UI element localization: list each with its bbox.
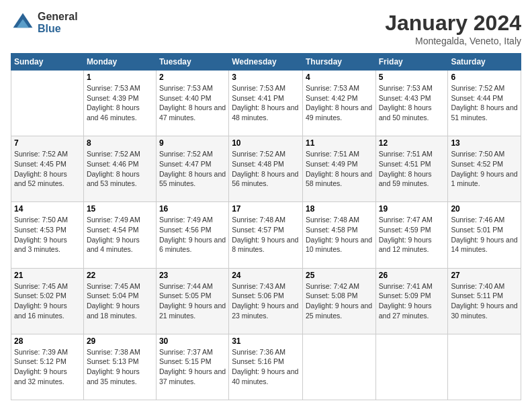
calendar-cell: 12Sunrise: 7:51 AMSunset: 4:51 PMDayligh… — [375, 136, 448, 202]
day-number: 27 — [451, 271, 518, 280]
location: Montegalda, Veneto, Italy — [385, 36, 521, 46]
calendar: SundayMondayTuesdayWednesdayThursdayFrid… — [11, 53, 521, 400]
title-block: January 2024 Montegalda, Veneto, Italy — [385, 11, 521, 46]
calendar-cell — [11, 71, 84, 136]
calendar-cell: 4Sunrise: 7:53 AMSunset: 4:42 PMDaylight… — [302, 71, 375, 136]
calendar-cell: 24Sunrise: 7:43 AMSunset: 5:06 PMDayligh… — [229, 268, 303, 334]
day-number: 3 — [232, 73, 300, 82]
day-number: 16 — [159, 204, 226, 214]
day-number: 9 — [159, 138, 226, 148]
calendar-cell: 27Sunrise: 7:40 AMSunset: 5:11 PMDayligh… — [448, 268, 521, 334]
calendar-cell: 17Sunrise: 7:48 AMSunset: 4:57 PMDayligh… — [229, 202, 303, 268]
day-info: Sunrise: 7:48 AMSunset: 4:57 PMDaylight:… — [232, 215, 300, 255]
calendar-cell — [375, 334, 448, 400]
day-number: 5 — [379, 73, 445, 82]
day-number: 10 — [232, 138, 300, 148]
day-info: Sunrise: 7:37 AMSunset: 5:15 PMDaylight:… — [159, 347, 226, 387]
calendar-cell: 21Sunrise: 7:45 AMSunset: 5:02 PMDayligh… — [11, 268, 84, 334]
calendar-week-row: 14Sunrise: 7:50 AMSunset: 4:53 PMDayligh… — [11, 202, 521, 268]
day-info: Sunrise: 7:41 AMSunset: 5:09 PMDaylight:… — [379, 281, 445, 321]
day-number: 11 — [306, 138, 373, 148]
day-number: 6 — [451, 73, 518, 82]
calendar-cell: 31Sunrise: 7:36 AMSunset: 5:16 PMDayligh… — [229, 334, 303, 400]
day-info: Sunrise: 7:39 AMSunset: 5:12 PMDaylight:… — [14, 347, 81, 387]
calendar-cell: 29Sunrise: 7:38 AMSunset: 5:13 PMDayligh… — [83, 334, 156, 400]
day-number: 31 — [232, 336, 300, 346]
day-header-wednesday: Wednesday — [229, 54, 303, 71]
calendar-cell — [448, 334, 521, 400]
day-number: 22 — [87, 271, 153, 280]
day-number: 15 — [87, 204, 153, 214]
day-number: 4 — [306, 73, 373, 82]
day-number: 25 — [306, 271, 373, 280]
calendar-cell: 9Sunrise: 7:52 AMSunset: 4:47 PMDaylight… — [156, 136, 228, 202]
day-info: Sunrise: 7:48 AMSunset: 4:58 PMDaylight:… — [306, 215, 373, 255]
calendar-cell: 19Sunrise: 7:47 AMSunset: 4:59 PMDayligh… — [375, 202, 448, 268]
page: General Blue January 2024 Montegalda, Ve… — [0, 0, 532, 411]
day-info: Sunrise: 7:52 AMSunset: 4:47 PMDaylight:… — [159, 149, 226, 189]
day-info: Sunrise: 7:53 AMSunset: 4:40 PMDaylight:… — [159, 83, 226, 123]
calendar-cell: 28Sunrise: 7:39 AMSunset: 5:12 PMDayligh… — [11, 334, 84, 400]
day-info: Sunrise: 7:49 AMSunset: 4:54 PMDaylight:… — [87, 215, 153, 255]
logo-general: General — [38, 11, 78, 23]
calendar-cell: 16Sunrise: 7:49 AMSunset: 4:56 PMDayligh… — [156, 202, 228, 268]
day-info: Sunrise: 7:53 AMSunset: 4:43 PMDaylight:… — [379, 83, 445, 123]
day-header-monday: Monday — [83, 54, 156, 71]
calendar-cell: 26Sunrise: 7:41 AMSunset: 5:09 PMDayligh… — [375, 268, 448, 334]
calendar-cell: 8Sunrise: 7:52 AMSunset: 4:46 PMDaylight… — [83, 136, 156, 202]
day-number: 18 — [306, 204, 373, 214]
day-number: 20 — [451, 204, 518, 214]
day-number: 21 — [14, 271, 81, 280]
calendar-cell: 5Sunrise: 7:53 AMSunset: 4:43 PMDaylight… — [375, 71, 448, 136]
calendar-header-row: SundayMondayTuesdayWednesdayThursdayFrid… — [11, 54, 521, 71]
calendar-cell: 3Sunrise: 7:53 AMSunset: 4:41 PMDaylight… — [229, 71, 303, 136]
calendar-cell: 15Sunrise: 7:49 AMSunset: 4:54 PMDayligh… — [83, 202, 156, 268]
day-info: Sunrise: 7:53 AMSunset: 4:39 PMDaylight:… — [87, 83, 153, 123]
calendar-week-row: 21Sunrise: 7:45 AMSunset: 5:02 PMDayligh… — [11, 268, 521, 334]
day-info: Sunrise: 7:52 AMSunset: 4:45 PMDaylight:… — [14, 149, 81, 189]
calendar-week-row: 1Sunrise: 7:53 AMSunset: 4:39 PMDaylight… — [11, 71, 521, 136]
header: General Blue January 2024 Montegalda, Ve… — [11, 11, 521, 46]
day-header-tuesday: Tuesday — [156, 54, 228, 71]
day-header-friday: Friday — [375, 54, 448, 71]
day-number: 1 — [87, 73, 153, 82]
day-info: Sunrise: 7:51 AMSunset: 4:49 PMDaylight:… — [306, 149, 373, 189]
calendar-cell: 23Sunrise: 7:44 AMSunset: 5:05 PMDayligh… — [156, 268, 228, 334]
day-header-thursday: Thursday — [302, 54, 375, 71]
day-info: Sunrise: 7:36 AMSunset: 5:16 PMDaylight:… — [232, 347, 300, 387]
day-info: Sunrise: 7:46 AMSunset: 5:01 PMDaylight:… — [451, 215, 518, 255]
day-number: 7 — [14, 138, 81, 148]
logo-text: General Blue — [38, 11, 78, 34]
day-number: 8 — [87, 138, 153, 148]
day-number: 28 — [14, 336, 81, 346]
calendar-cell: 25Sunrise: 7:42 AMSunset: 5:08 PMDayligh… — [302, 268, 375, 334]
calendar-cell: 10Sunrise: 7:52 AMSunset: 4:48 PMDayligh… — [229, 136, 303, 202]
calendar-cell — [302, 334, 375, 400]
day-number: 14 — [14, 204, 81, 214]
day-info: Sunrise: 7:50 AMSunset: 4:52 PMDaylight:… — [451, 149, 518, 189]
calendar-cell: 30Sunrise: 7:37 AMSunset: 5:15 PMDayligh… — [156, 334, 228, 400]
calendar-cell: 6Sunrise: 7:52 AMSunset: 4:44 PMDaylight… — [448, 71, 521, 136]
day-info: Sunrise: 7:45 AMSunset: 5:02 PMDaylight:… — [14, 281, 81, 321]
day-number: 17 — [232, 204, 300, 214]
calendar-cell: 7Sunrise: 7:52 AMSunset: 4:45 PMDaylight… — [11, 136, 84, 202]
day-info: Sunrise: 7:45 AMSunset: 5:04 PMDaylight:… — [87, 281, 153, 321]
calendar-cell: 18Sunrise: 7:48 AMSunset: 4:58 PMDayligh… — [302, 202, 375, 268]
logo-blue: Blue — [38, 23, 78, 35]
calendar-cell: 11Sunrise: 7:51 AMSunset: 4:49 PMDayligh… — [302, 136, 375, 202]
day-number: 13 — [451, 138, 518, 148]
day-number: 12 — [379, 138, 445, 148]
day-info: Sunrise: 7:42 AMSunset: 5:08 PMDaylight:… — [306, 281, 373, 321]
calendar-cell: 1Sunrise: 7:53 AMSunset: 4:39 PMDaylight… — [83, 71, 156, 136]
day-info: Sunrise: 7:40 AMSunset: 5:11 PMDaylight:… — [451, 281, 518, 321]
day-header-sunday: Sunday — [11, 54, 84, 71]
day-info: Sunrise: 7:44 AMSunset: 5:05 PMDaylight:… — [159, 281, 226, 321]
day-info: Sunrise: 7:52 AMSunset: 4:46 PMDaylight:… — [87, 149, 153, 189]
day-number: 24 — [232, 271, 300, 280]
calendar-cell: 22Sunrise: 7:45 AMSunset: 5:04 PMDayligh… — [83, 268, 156, 334]
calendar-cell: 20Sunrise: 7:46 AMSunset: 5:01 PMDayligh… — [448, 202, 521, 268]
calendar-week-row: 7Sunrise: 7:52 AMSunset: 4:45 PMDaylight… — [11, 136, 521, 202]
logo-icon — [11, 11, 35, 35]
day-info: Sunrise: 7:38 AMSunset: 5:13 PMDaylight:… — [87, 347, 153, 387]
day-number: 19 — [379, 204, 445, 214]
